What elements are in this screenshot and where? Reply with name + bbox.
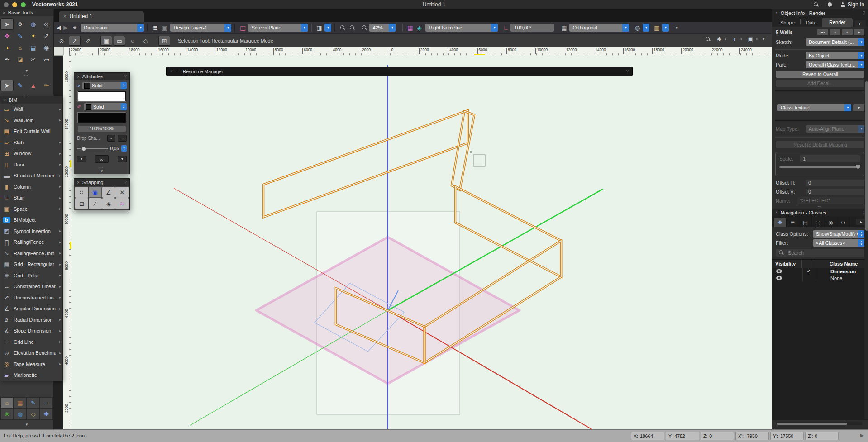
- attributes-header[interactable]: × Attributes ?: [74, 73, 129, 80]
- bim-tool-stair[interactable]: ≡Stair▸: [0, 192, 62, 204]
- bim-tool-constrained-linear[interactable]: ↔Constrained Linear...▸: [0, 281, 62, 292]
- lasso-marquee-mode[interactable]: ○: [127, 36, 138, 46]
- nav-design-layers[interactable]: ≣: [787, 218, 799, 227]
- current-view-combo[interactable]: Right Isometric ▾: [425, 24, 498, 32]
- part-combo[interactable]: Overall (Class Textu... ▾: [806, 61, 865, 68]
- close-icon[interactable]: ×: [170, 69, 173, 74]
- mode-combo[interactable]: By Object ▾: [806, 52, 865, 59]
- tab-untitled-1[interactable]: × Untitled 1: [59, 11, 144, 22]
- unified-view-icon[interactable]: ▦: [405, 24, 415, 31]
- bim-tool-railing-fence[interactable]: ∏Railing/Fence▸: [0, 237, 62, 248]
- bim-tool-wall[interactable]: ▭Wall▸: [0, 104, 62, 115]
- texture-source-combo[interactable]: Class Texture ▾: [777, 104, 851, 111]
- search-input[interactable]: [787, 250, 843, 256]
- callout-tool[interactable]: ⌂: [14, 42, 27, 53]
- toolbar-overflow-icon[interactable]: ▼: [673, 26, 680, 30]
- close-icon[interactable]: ×: [3, 98, 6, 103]
- bim-tool-symbol-insertion[interactable]: ◩Symbol Insertion▸: [0, 226, 62, 237]
- tab-render[interactable]: Render: [822, 18, 853, 27]
- bim-tool-marionette[interactable]: ▰Marionette: [0, 370, 62, 381]
- polygon-marquee-mode[interactable]: ◇: [140, 36, 152, 46]
- active-class-check[interactable]: [803, 275, 815, 281]
- toolset-mep[interactable]: ✚: [40, 409, 53, 420]
- more-options-button[interactable]: •••: [817, 29, 828, 35]
- disable-constraints[interactable]: ⊘: [56, 36, 67, 46]
- bim-tool-bimobject[interactable]: bBIMobject: [0, 214, 62, 226]
- scale-field[interactable]: 1: [800, 155, 860, 162]
- fill-style-combo[interactable]: Solid ▴▾: [82, 82, 127, 89]
- move-by-points-tool[interactable]: ↗: [40, 30, 53, 42]
- nav-sheet-layers[interactable]: ▤: [799, 218, 812, 227]
- signin-button[interactable]: Sign In: [840, 1, 864, 8]
- chevron-down-icon[interactable]: ▾: [324, 24, 331, 32]
- active-class-check[interactable]: ✓: [803, 268, 815, 275]
- panel-flyout-icon[interactable]: ▸: [855, 20, 866, 27]
- reset-mapping-button[interactable]: Reset to Default Mapping: [776, 141, 865, 148]
- working-plane-icon[interactable]: ◈: [415, 24, 424, 31]
- bim-tool-railing-fence-join[interactable]: ↘Railing/Fence Join▸: [0, 248, 62, 259]
- horizontal-scrollbar[interactable]: [776, 422, 862, 425]
- prev-object-button[interactable]: ◂: [830, 29, 840, 35]
- snap-object[interactable]: ▣: [89, 187, 102, 198]
- close-icon[interactable]: ×: [77, 74, 80, 79]
- line-weight-slider[interactable]: [77, 148, 108, 149]
- visibility-eye-icon[interactable]: [776, 276, 782, 280]
- class-name[interactable]: None: [815, 276, 842, 281]
- split-tool[interactable]: ✂: [27, 53, 40, 65]
- attribute-mapping-tool[interactable]: ❖: [0, 30, 14, 42]
- drop-shadow-swatch[interactable]: ▪: [107, 135, 115, 142]
- collapse-icon[interactable]: −: [176, 69, 179, 74]
- bim-tool-structural-member[interactable]: ▬Structural Member▸: [0, 170, 62, 181]
- help-icon[interactable]: ?: [863, 10, 865, 16]
- bim-tool-window[interactable]: ⊞Window▸: [0, 148, 62, 159]
- class-row-none[interactable]: None: [772, 275, 868, 281]
- class-name-column-header[interactable]: Class Name: [814, 261, 858, 266]
- attr-prev-button[interactable]: ▾: [77, 156, 86, 162]
- clip-cube-options-button[interactable]: ▣ ▾: [746, 36, 758, 43]
- projection-combo[interactable]: Orthogonal ▾: [569, 24, 629, 32]
- visibility-eye-icon[interactable]: [776, 269, 782, 273]
- render-mode-icon[interactable]: ◍: [633, 24, 642, 31]
- class-options-combo[interactable]: Show/Snap/Modify O... ▴▾: [813, 230, 865, 238]
- fit-objects-icon[interactable]: [340, 25, 346, 31]
- forward-button[interactable]: ▶: [62, 24, 69, 31]
- selection-tool[interactable]: ➤: [0, 18, 14, 30]
- move-by-points-mode[interactable]: ▣: [100, 36, 112, 46]
- search-icon[interactable]: [813, 2, 819, 8]
- class-search-box[interactable]: [776, 249, 865, 257]
- close-icon[interactable]: ×: [775, 10, 778, 15]
- bim-tool-elevation-benchma[interactable]: ⊖Elevation Benchma...▸: [0, 347, 62, 359]
- drop-shadow-more-button[interactable]: ...: [118, 135, 127, 142]
- toolsets-overflow-icon[interactable]: ▼: [0, 423, 53, 427]
- clip-cube-icon[interactable]: ◨: [315, 24, 324, 31]
- snap-grid[interactable]: ∷: [75, 187, 88, 198]
- attr-next-button[interactable]: ▾: [118, 156, 127, 162]
- tab-close-icon[interactable]: ×: [63, 14, 66, 19]
- toolset-dims-notes[interactable]: ✎: [27, 397, 40, 409]
- fit-page-icon[interactable]: [349, 25, 355, 31]
- offset-h-field[interactable]: 0: [806, 180, 865, 186]
- eyedropper-tool[interactable]: ✒: [0, 53, 14, 65]
- fill-color-swatch[interactable]: [78, 91, 126, 101]
- visibility-column-header[interactable]: Visibility: [772, 260, 802, 268]
- snap-intersection[interactable]: ✕: [115, 187, 129, 198]
- camera-tool[interactable]: ◉: [40, 42, 53, 53]
- toolset-site-planning[interactable]: ❋: [0, 409, 14, 420]
- chevron-down-icon[interactable]: ▾: [643, 24, 649, 32]
- snap-distance[interactable]: ⊡: [75, 198, 88, 209]
- stepper-icon[interactable]: ▴▾: [121, 145, 127, 152]
- snap-angle[interactable]: ∠: [102, 187, 115, 198]
- tab-data[interactable]: Data: [801, 19, 822, 27]
- snap-smart-point[interactable]: ◈: [102, 198, 115, 209]
- tab-shape[interactable]: Shape: [775, 19, 800, 27]
- palette-resize-dots[interactable]: ⋯: [74, 163, 129, 169]
- bim-tool-slope-dimension[interactable]: ∡Slope Dimension▸: [0, 325, 62, 337]
- toolset-geo[interactable]: ◍: [14, 409, 27, 420]
- active-tool-combo[interactable]: Dimension ▾: [81, 24, 144, 32]
- layers-icon[interactable]: ≣: [151, 24, 160, 31]
- toolset-interiors[interactable]: ▦: [14, 397, 27, 409]
- basic-tools-header[interactable]: × Basic Tools: [0, 9, 53, 16]
- scale-slider[interactable]: [779, 166, 860, 168]
- class-row-dimension[interactable]: ✓Dimension: [772, 268, 868, 275]
- pen-color-swatch[interactable]: [78, 113, 126, 123]
